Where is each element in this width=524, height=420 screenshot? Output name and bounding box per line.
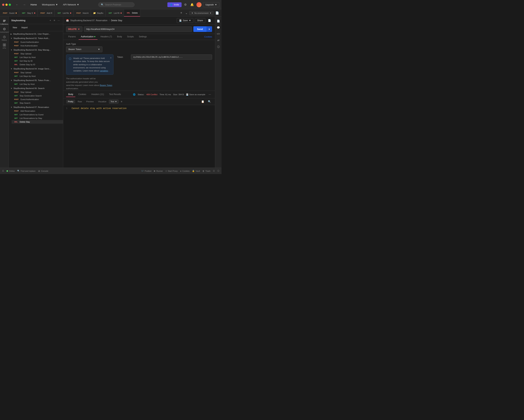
tab-authorization[interactable]: Authorization xyxy=(79,34,97,40)
list-item[interactable]: POST Stay Upload xyxy=(12,52,63,56)
tab-get-list-rt[interactable]: GET List Rt xyxy=(106,9,124,17)
format-select[interactable]: Text ▼ xyxy=(109,100,119,104)
tab-post-guest[interactable]: POST Guest xyxy=(0,9,19,17)
collection-header-1[interactable]: ▶ StayBooking Backend 01. User Regist... xyxy=(9,32,63,36)
more-options-button[interactable]: ··· xyxy=(57,18,61,22)
right-panel-docs-button[interactable]: 📄 xyxy=(216,19,221,23)
more-options-button[interactable]: ··· xyxy=(208,92,212,97)
tab-headers[interactable]: Headers (7) xyxy=(98,34,114,40)
send-button[interactable]: Send xyxy=(193,26,206,32)
new-tab-button[interactable]: + xyxy=(179,10,183,16)
search-response-button[interactable]: 🔍 xyxy=(207,99,212,104)
help-button[interactable]: ⓘ xyxy=(217,169,219,172)
wrap-lines-icon[interactable]: ≡ xyxy=(121,100,122,103)
url-input[interactable] xyxy=(84,26,192,32)
cookies-button[interactable]: ● Cookies xyxy=(180,169,190,172)
right-panel-comment-button[interactable]: 💬 xyxy=(216,25,221,30)
tab-body[interactable]: Body xyxy=(115,34,124,40)
tab-get-stays[interactable]: GET Stay S xyxy=(19,9,38,17)
token-value[interactable]: eyJhbGciOiJIUzI1NiJ9.eyJzdWlOiJldmUiLC..… xyxy=(131,54,212,60)
trash-button[interactable]: 🗑 Trash xyxy=(202,169,210,172)
list-item[interactable]: POST Guest Authentication xyxy=(12,40,63,44)
list-item[interactable]: GET Stay Geolocation Search xyxy=(12,94,63,98)
response-tab-cookies[interactable]: Cookies xyxy=(76,92,88,97)
variables-link[interactable]: variables xyxy=(100,70,108,72)
list-item[interactable]: GET List Reservations by Stay xyxy=(12,117,63,120)
home-nav[interactable]: Home xyxy=(29,2,38,7)
search-input[interactable] xyxy=(105,3,127,6)
sidebar-item-environments[interactable]: Environments xyxy=(1,27,8,33)
right-panel-code-button[interactable]: </> xyxy=(216,32,221,36)
console-button[interactable]: 🖶 Console xyxy=(38,170,48,172)
tab-scripts[interactable]: Scripts xyxy=(125,34,136,40)
tab-get-list[interactable]: GET List Re xyxy=(55,9,74,17)
share-button[interactable]: Share xyxy=(195,18,205,23)
method-select[interactable]: DELETE ▼ xyxy=(66,26,82,32)
response-tab-headers[interactable]: Headers (11) xyxy=(89,92,106,97)
tab-del-delete[interactable]: DEL Delete xyxy=(124,9,140,17)
copy-response-button[interactable]: 📋 xyxy=(200,99,205,104)
tab-params[interactable]: Params xyxy=(66,34,78,40)
upgrade-button[interactable]: Upgrade ▼ xyxy=(203,2,219,7)
minimize-button[interactable] xyxy=(5,4,8,6)
cookies-link[interactable]: Cookies xyxy=(204,35,212,38)
search-bar[interactable]: 🔍 xyxy=(98,2,135,7)
back-button[interactable]: ← xyxy=(15,2,20,7)
collection-header-4[interactable]: ▼ StayBooking Backend 04. Image Servi... xyxy=(9,67,63,71)
list-item[interactable]: GET List Stays by Host xyxy=(12,74,63,78)
close-banner-button[interactable]: × xyxy=(110,56,112,59)
list-item[interactable]: DEL Delete Stay by ID xyxy=(12,63,63,66)
list-item[interactable]: GET List Stay by Host xyxy=(12,82,63,86)
environment-settings-button[interactable]: 📄 xyxy=(214,10,220,15)
postbot-button[interactable]: 🎶 Postbot xyxy=(141,169,151,172)
forward-button[interactable]: → xyxy=(22,2,27,7)
tab-post-add[interactable]: POST Add R xyxy=(38,9,55,17)
list-item[interactable]: GET Stay Search xyxy=(12,101,63,105)
save-button[interactable]: 💾 Send Save ▼ xyxy=(177,18,193,23)
list-item[interactable]: POST Stay Upload xyxy=(12,71,63,74)
more-tabs-button[interactable]: ⌄ xyxy=(184,10,189,15)
layout-button[interactable]: ☷ xyxy=(2,170,4,172)
list-item-delete-stay[interactable]: DEL Delete Stay xyxy=(12,120,63,124)
sidebar-item-apis[interactable]: APIs xyxy=(1,43,8,49)
collection-header-5[interactable]: ▼ StayBooking Backend 05. Token Prote... xyxy=(9,78,63,82)
avatar[interactable] xyxy=(196,2,201,7)
collection-header-6[interactable]: ▼ StayBooking Backend 06. Search xyxy=(9,86,63,90)
layout-switcher[interactable]: ☷ xyxy=(213,169,215,172)
start-proxy-button[interactable]: ◇ Start Proxy xyxy=(166,169,178,172)
settings-button[interactable]: ⚙ xyxy=(183,2,188,7)
format-tab-visualize[interactable]: Visualize xyxy=(96,100,108,104)
list-item[interactable]: GET Get Stay by ID xyxy=(12,59,63,63)
collection-header-2[interactable]: ▼ StayBooking Backend 02. Token Auth... xyxy=(9,36,63,40)
auth-type-select[interactable]: Bearer Token ▼ xyxy=(66,46,102,52)
tab-post-host[interactable]: POST Host A xyxy=(74,9,91,17)
sort-button[interactable]: ≡ xyxy=(53,18,56,22)
list-item[interactable]: GET List Stays by Host xyxy=(12,56,63,59)
find-replace-button[interactable]: 🔍 Find and replace xyxy=(17,170,35,172)
runner-button[interactable]: ▶ Runner xyxy=(154,169,163,172)
right-panel-info-button[interactable]: ⓘ xyxy=(216,45,221,49)
new-collection-button[interactable]: + xyxy=(49,18,52,22)
close-button[interactable] xyxy=(2,4,4,6)
format-tab-raw[interactable]: Raw xyxy=(76,100,84,104)
invite-button[interactable]: 👤 Invite xyxy=(167,2,182,7)
docs-button[interactable]: 📄 xyxy=(207,18,212,23)
save-example-button[interactable]: 💾 Save as example xyxy=(186,93,205,96)
breadcrumb-collection-link[interactable]: StayBooking Backend 07. Reservation xyxy=(70,19,107,22)
maximize-button[interactable] xyxy=(9,4,11,6)
vault-button[interactable]: 🔒 Vault xyxy=(192,169,200,172)
right-panel-expand-button[interactable]: ⇄ xyxy=(216,38,221,42)
send-dropdown-button[interactable]: ▼ xyxy=(206,26,212,32)
list-item[interactable]: GET List Reservations by Guest xyxy=(12,113,63,117)
list-item[interactable]: POST Host Authentication xyxy=(12,44,63,48)
collection-header-3[interactable]: ▼ StayBooking Backend 03. Stay Manag... xyxy=(9,48,63,52)
format-tab-pretty[interactable]: Pretty xyxy=(66,100,75,104)
format-tab-preview[interactable]: Preview xyxy=(84,100,96,104)
response-tab-body[interactable]: Body xyxy=(66,92,75,97)
sidebar-item-collections[interactable]: Collections xyxy=(1,19,8,25)
tab-settings[interactable]: Settings xyxy=(137,34,149,40)
bearer-token-link[interactable]: Bearer Token xyxy=(100,84,112,86)
environment-selector[interactable]: ▼ No environment ▼ xyxy=(189,11,214,15)
sidebar-item-history[interactable]: History xyxy=(1,35,8,41)
collection-header-7[interactable]: ▼ StayBooking Backend 07. Reservation xyxy=(9,105,63,109)
